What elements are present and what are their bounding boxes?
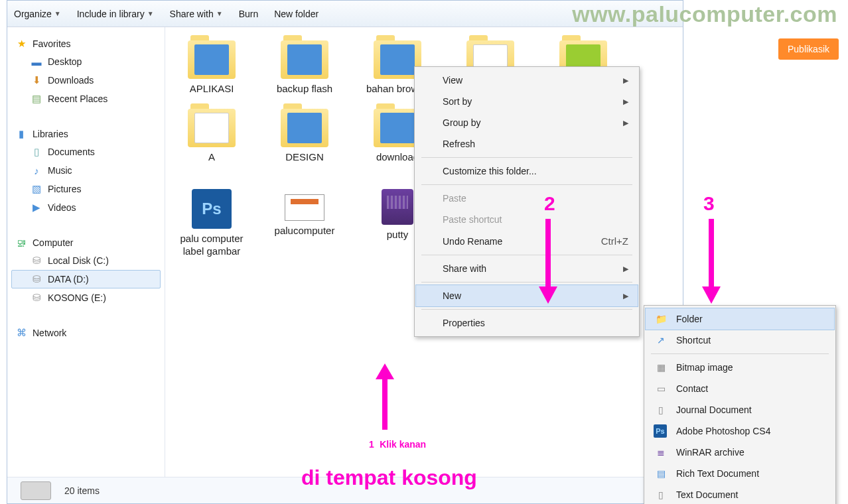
chevron-down-icon: ▼	[54, 10, 61, 17]
recent-places-icon: ▤	[31, 93, 42, 105]
sidebar-item-recent-places[interactable]: ▤Recent Places	[11, 90, 161, 108]
photoshop-icon: Ps	[192, 189, 232, 229]
submenu-arrow-icon: ▶	[623, 76, 628, 85]
menu-view[interactable]: View▶	[416, 70, 638, 91]
menu-separator	[421, 255, 632, 255]
file-item[interactable]: palucomputer	[265, 189, 344, 258]
sidebar-libraries-header[interactable]: ▮Libraries	[11, 125, 161, 143]
sidebar-item-music[interactable]: ♪Music	[11, 161, 161, 180]
menu-separator	[421, 184, 632, 185]
menu-undo-rename[interactable]: Undo RenameCtrl+Z	[416, 230, 638, 252]
submenu-arrow-icon: ▶	[623, 265, 628, 273]
folder-item[interactable]: APLIKASI	[172, 40, 251, 95]
contact-icon: ▭	[654, 381, 668, 396]
videos-icon: ▶	[31, 202, 42, 214]
menu-new-winrar[interactable]: ≣WinRAR archive	[646, 442, 834, 463]
submenu-arrow-icon: ▶	[623, 97, 628, 106]
pictures-icon: ▧	[31, 183, 42, 195]
menu-new-text[interactable]: ▯Text Document	[646, 484, 834, 504]
menu-separator	[421, 309, 632, 310]
drive-icon: ⛁	[31, 292, 42, 304]
menu-group-by[interactable]: Group by▶	[416, 112, 638, 133]
music-icon: ♪	[31, 164, 42, 176]
toolbar: Organize▼ Include in library▼ Share with…	[7, 1, 683, 27]
menu-paste: Paste	[416, 188, 638, 209]
folder-item[interactable]: A	[172, 109, 251, 176]
submenu-arrow-icon: ▶	[623, 292, 628, 300]
include-in-library-button[interactable]: Include in library▼	[77, 9, 154, 19]
menu-separator	[651, 353, 829, 354]
annotation-arrow-icon	[698, 219, 725, 305]
annotation-step-3: 3	[703, 192, 715, 215]
keyboard-shortcut: Ctrl+Z	[601, 235, 628, 247]
folder-item[interactable]: backup flash	[265, 40, 344, 95]
sidebar-computer-header[interactable]: 🖳Computer	[11, 234, 161, 251]
menu-refresh[interactable]: Refresh	[416, 133, 638, 155]
sidebar-favorites-header[interactable]: ★Favorites	[11, 35, 161, 52]
organize-button[interactable]: Organize▼	[14, 9, 61, 19]
file-item[interactable]: Pspalu computer label gambar	[172, 189, 251, 258]
folder-item[interactable]: DESIGN	[265, 109, 344, 176]
publish-button[interactable]: Publikasik	[778, 38, 839, 60]
menu-new-contact[interactable]: ▭Contact	[646, 378, 834, 399]
menu-new-photoshop[interactable]: PsAdobe Photoshop CS4	[646, 420, 834, 442]
network-icon: ⌘	[15, 327, 27, 339]
menu-separator	[421, 282, 632, 283]
bitmap-icon: ▦	[654, 360, 668, 375]
status-bar: 20 items	[7, 477, 683, 503]
menu-new-shortcut[interactable]: ↗Shortcut	[646, 330, 834, 351]
computer-icon: 🖳	[15, 237, 27, 249]
navigation-pane: ★Favorites ▬Desktop ⬇Downloads ▤Recent P…	[7, 27, 165, 477]
sidebar-item-local-disk-c[interactable]: ⛁Local Disk (C:)	[11, 251, 161, 270]
menu-new-bitmap[interactable]: ▦Bitmap image	[646, 357, 834, 378]
rar-icon	[382, 189, 413, 225]
folder-icon: 📁	[654, 312, 668, 326]
sidebar-item-pictures[interactable]: ▧Pictures	[11, 180, 161, 198]
submenu-arrow-icon: ▶	[623, 119, 628, 127]
photoshop-icon: Ps	[654, 424, 667, 438]
sidebar-item-data-d[interactable]: ⛁DATA (D:)	[11, 270, 161, 288]
menu-share-with[interactable]: Share with▶	[416, 258, 638, 279]
documents-icon: ▯	[31, 146, 42, 158]
share-with-button[interactable]: Share with▼	[170, 9, 223, 19]
sidebar-item-kosong-e[interactable]: ⛁KOSONG (E:)	[11, 288, 161, 307]
menu-separator	[421, 157, 632, 158]
menu-new[interactable]: New▶	[416, 285, 638, 306]
burn-button[interactable]: Burn	[239, 9, 259, 19]
text-file-icon: ▯	[654, 487, 668, 502]
drive-icon	[21, 481, 51, 500]
sidebar-network-header[interactable]: ⌘Network	[11, 324, 161, 342]
menu-paste-shortcut: Paste shortcut	[416, 209, 638, 230]
chevron-down-icon: ▼	[147, 10, 154, 17]
menu-new-journal[interactable]: ▯Journal Document	[646, 399, 834, 420]
new-folder-button[interactable]: New folder	[274, 9, 318, 19]
libraries-icon: ▮	[15, 128, 27, 140]
sidebar-item-desktop[interactable]: ▬Desktop	[11, 52, 161, 71]
winrar-icon: ≣	[654, 445, 668, 460]
menu-properties[interactable]: Properties	[416, 312, 638, 334]
sidebar-item-documents[interactable]: ▯Documents	[11, 143, 161, 161]
menu-customize-folder[interactable]: Customize this folder...	[416, 160, 638, 182]
sidebar-item-downloads[interactable]: ⬇Downloads	[11, 71, 161, 90]
journal-icon: ▯	[654, 403, 668, 417]
html-file-icon	[285, 194, 324, 221]
drive-icon: ⛁	[31, 255, 42, 267]
rtf-icon: ▤	[654, 466, 668, 481]
menu-new-rtf[interactable]: ▤Rich Text Document	[646, 463, 834, 484]
drive-icon: ⛁	[31, 273, 42, 285]
sidebar-item-videos[interactable]: ▶Videos	[11, 198, 161, 217]
context-menu: View▶ Sort by▶ Group by▶ Refresh Customi…	[414, 66, 640, 337]
shortcut-icon: ↗	[654, 333, 668, 347]
new-submenu: 📁Folder ↗Shortcut ▦Bitmap image ▭Contact…	[644, 305, 836, 504]
menu-sort-by[interactable]: Sort by▶	[416, 91, 638, 112]
desktop-icon: ▬	[31, 56, 42, 68]
svg-marker-5	[702, 286, 721, 304]
star-icon: ★	[15, 38, 27, 50]
chevron-down-icon: ▼	[216, 10, 223, 17]
item-count: 20 items	[64, 485, 100, 496]
menu-new-folder[interactable]: 📁Folder	[646, 308, 834, 330]
downloads-icon: ⬇	[31, 74, 42, 86]
